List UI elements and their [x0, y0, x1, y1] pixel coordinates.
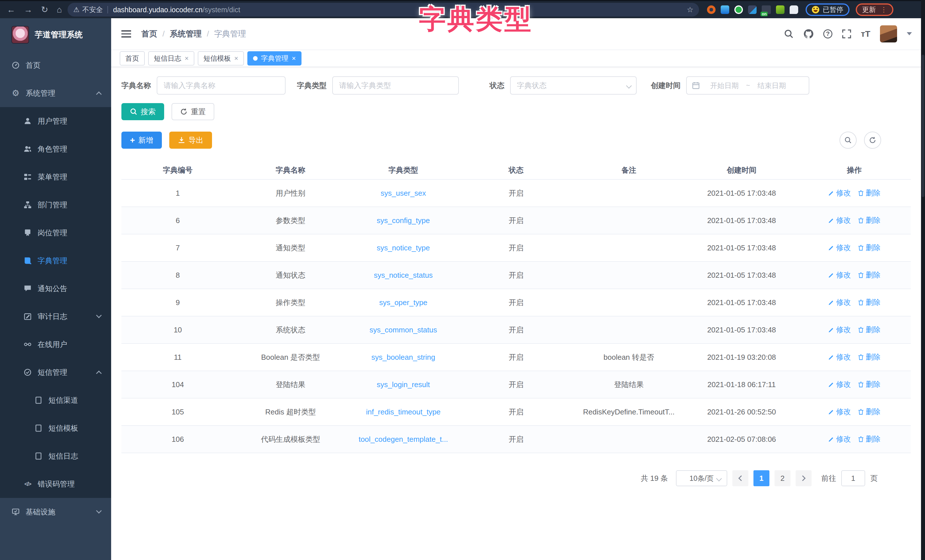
sidebar-item-infrastructure[interactable]: 基础设施 [0, 498, 111, 526]
font-size-icon[interactable]: ᴛT [861, 29, 870, 39]
scrollbar-thumb[interactable] [922, 55, 924, 197]
delete-link[interactable]: 删除 [858, 325, 881, 335]
dict-type-link[interactable]: sys_oper_type [379, 298, 428, 307]
collapse-sidebar-icon[interactable] [121, 29, 131, 39]
edit-link[interactable]: 修改 [828, 188, 851, 198]
tab-dict[interactable]: 字典管理× [247, 51, 301, 66]
browser-update-button[interactable]: 更新 ⋮ [856, 3, 893, 16]
sidebar-item-audit-log[interactable]: 审计日志 [0, 303, 111, 330]
dict-type-link[interactable]: sys_user_sex [381, 189, 426, 197]
tab-sms-template[interactable]: 短信模板× [198, 51, 244, 66]
dict-type-link[interactable]: sys_login_result [377, 380, 430, 389]
dict-type-link[interactable]: sys_config_type [377, 216, 430, 225]
sidebar-item-sms-log[interactable]: 短信日志 [0, 442, 111, 470]
vertical-scrollbar[interactable] [921, 0, 925, 560]
status-select[interactable] [510, 76, 637, 95]
export-button[interactable]: 导出 [169, 132, 212, 149]
fullscreen-icon[interactable] [842, 29, 851, 38]
delete-link[interactable]: 删除 [858, 352, 881, 362]
avatar[interactable] [880, 26, 897, 42]
prev-page-button[interactable] [732, 470, 748, 486]
reload-icon[interactable]: ↻ [41, 5, 48, 14]
sidebar-item-notices[interactable]: 通知公告 [0, 275, 111, 303]
dict-name-input[interactable] [157, 76, 286, 95]
menu-dots-icon[interactable]: ⋮ [880, 6, 887, 14]
delete-link[interactable]: 删除 [858, 243, 881, 253]
dict-type-link[interactable]: sys_common_status [370, 325, 437, 334]
avatar-dropdown-caret-icon[interactable] [907, 32, 912, 38]
delete-link[interactable]: 删除 [858, 434, 881, 444]
page-button-1[interactable]: 1 [753, 470, 770, 486]
delete-link[interactable]: 删除 [858, 379, 881, 389]
page-size-select[interactable]: 10条/页 [676, 470, 727, 486]
sidebar-item-system[interactable]: ⚙ 系统管理 [0, 79, 111, 107]
edit-link[interactable]: 修改 [828, 243, 851, 253]
add-button[interactable]: + 新增 [121, 132, 162, 149]
forward-icon[interactable]: → [24, 5, 33, 14]
extension-icon[interactable]: on [762, 5, 771, 14]
sidebar-item-error-codes[interactable]: </> 错误码管理 [0, 470, 111, 498]
sidebar-item-users[interactable]: 用户管理 [0, 107, 111, 135]
edit-link[interactable]: 修改 [828, 407, 851, 417]
delete-link[interactable]: 删除 [858, 407, 881, 417]
sidebar-item-roles[interactable]: 角色管理 [0, 135, 111, 163]
sidebar-item-departments[interactable]: 部门管理 [0, 191, 111, 219]
edit-link[interactable]: 修改 [828, 379, 851, 389]
sidebar-item-posts[interactable]: 岗位管理 [0, 219, 111, 247]
sidebar-item-sms-template[interactable]: 短信模板 [0, 414, 111, 442]
edit-link[interactable]: 修改 [828, 270, 851, 280]
edit-link[interactable]: 修改 [828, 297, 851, 307]
start-date-input[interactable] [704, 81, 745, 90]
page-button-2[interactable]: 2 [774, 470, 791, 486]
next-page-button[interactable] [795, 470, 812, 486]
sidebar-item-online-users[interactable]: 在线用户 [0, 330, 111, 358]
help-icon[interactable]: ? [823, 29, 832, 38]
dict-type-link[interactable]: inf_redis_timeout_type [366, 408, 441, 416]
extension-icon[interactable] [776, 5, 785, 14]
search-icon[interactable] [784, 29, 794, 39]
refresh-table-button[interactable] [864, 132, 881, 149]
close-icon[interactable]: × [185, 54, 189, 62]
address-bar[interactable]: ⚠ 不安全 dashboard.yudao.iocoder.cn /system… [68, 3, 699, 17]
date-range-picker[interactable]: ~ [686, 76, 809, 95]
edit-link[interactable]: 修改 [828, 352, 851, 362]
edit-link[interactable]: 修改 [828, 434, 851, 444]
delete-link[interactable]: 删除 [858, 215, 881, 225]
delete-link[interactable]: 删除 [858, 270, 881, 280]
extension-icon[interactable] [734, 5, 743, 14]
edit-link[interactable]: 修改 [828, 215, 851, 225]
extension-icon[interactable] [707, 5, 716, 14]
delete-link[interactable]: 删除 [858, 297, 881, 307]
github-icon[interactable] [803, 29, 814, 39]
goto-page-input[interactable] [841, 470, 865, 486]
sidebar-item-menus[interactable]: 菜单管理 [0, 163, 111, 191]
dict-type-link[interactable]: sys_notice_type [377, 244, 430, 252]
back-icon[interactable]: ← [7, 5, 15, 14]
tab-home[interactable]: 首页 [120, 51, 145, 66]
dict-type-link[interactable]: sys_notice_status [374, 271, 433, 279]
toggle-search-button[interactable] [839, 132, 857, 149]
delete-link[interactable]: 删除 [858, 188, 881, 198]
edit-link[interactable]: 修改 [828, 325, 851, 335]
dict-type-input[interactable] [332, 76, 459, 95]
dict-type-link[interactable]: tool_codegen_template_t... [359, 435, 448, 444]
sidebar-item-sms-channel[interactable]: 短信渠道 [0, 386, 111, 414]
tab-sms-log[interactable]: 短信日志× [148, 51, 194, 66]
end-date-input[interactable] [751, 81, 792, 90]
sidebar-item-home[interactable]: 首页 [0, 51, 111, 79]
breadcrumb-section[interactable]: 系统管理 [170, 29, 202, 39]
close-icon[interactable]: × [234, 54, 238, 62]
extensions-puzzle-icon[interactable] [789, 5, 798, 14]
extension-icon[interactable] [721, 5, 729, 14]
sidebar-item-dict[interactable]: 字典管理 [0, 247, 111, 275]
sidebar-item-sms[interactable]: 短信管理 [0, 358, 111, 386]
bookmark-star-icon[interactable]: ☆ [687, 5, 693, 14]
home-icon[interactable]: ⌂ [57, 5, 62, 14]
dict-type-link[interactable]: sys_boolean_string [371, 353, 435, 361]
breadcrumb-home[interactable]: 首页 [142, 29, 157, 39]
extension-icon[interactable] [748, 5, 756, 14]
close-icon[interactable]: × [292, 54, 296, 62]
reset-button[interactable]: 重置 [172, 103, 214, 120]
profile-paused-chip[interactable]: 已暂停 [806, 3, 850, 16]
app-logo-block[interactable]: 芋道管理系统 [0, 18, 111, 51]
